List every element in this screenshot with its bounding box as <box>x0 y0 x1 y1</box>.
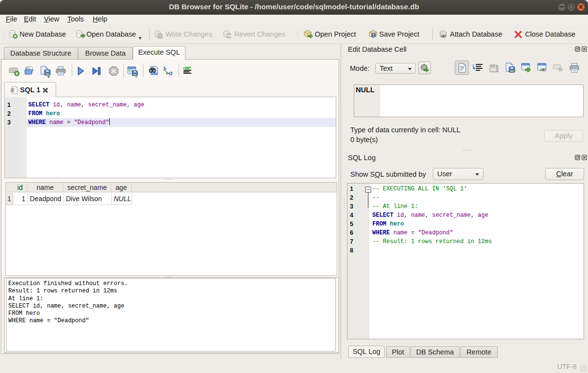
svg-text:a: a <box>169 69 173 77</box>
